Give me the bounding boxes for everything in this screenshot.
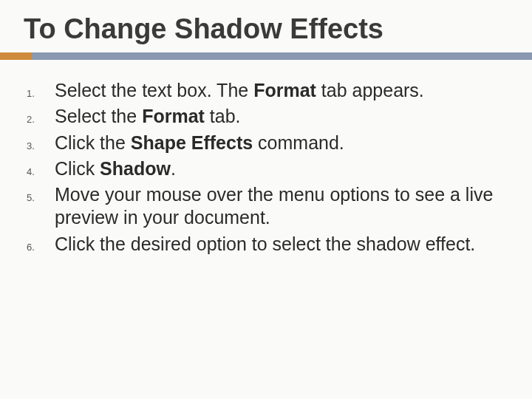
step-pre: Click the desired option to select the s…	[55, 233, 475, 254]
step-post: .	[171, 158, 176, 179]
step-pre: Select the text box. The	[55, 80, 253, 100]
step-post: command.	[253, 132, 344, 153]
title-underline	[0, 52, 532, 60]
underline-main	[31, 52, 532, 60]
list-item: Click the desired option to select the s…	[22, 233, 502, 256]
step-text: Move your mouse over the menu options to…	[55, 183, 502, 230]
list-item: Click the Shape Effects command.	[22, 132, 502, 154]
list-item: Move your mouse over the menu options to…	[22, 183, 502, 230]
step-text: Click Shadow.	[55, 157, 176, 180]
step-post: tab.	[205, 106, 241, 126]
content-area: Select the text box. The Format tab appe…	[0, 60, 532, 256]
list-item: Click Shadow.	[22, 157, 502, 180]
step-bold: Format	[142, 106, 205, 126]
step-bold: Format	[253, 80, 316, 100]
step-post: tab appears.	[316, 80, 424, 100]
slide: To Change Shadow Effects Select the text…	[0, 0, 532, 399]
step-text: Click the desired option to select the s…	[55, 233, 475, 256]
step-text: Select the text box. The Format tab appe…	[55, 79, 424, 102]
step-pre: Move your mouse over the menu options to…	[55, 184, 493, 228]
step-bold: Shadow	[100, 158, 171, 179]
step-pre: Select the	[55, 106, 142, 126]
accent-block	[0, 52, 31, 60]
step-pre: Click	[55, 158, 100, 179]
slide-title: To Change Shadow Effects	[0, 13, 532, 52]
list-item: Select the Format tab.	[22, 105, 502, 128]
steps-list: Select the text box. The Format tab appe…	[22, 79, 502, 256]
step-text: Select the Format tab.	[55, 105, 241, 128]
step-bold: Shape Effects	[131, 132, 253, 153]
step-pre: Click the	[55, 132, 131, 153]
step-text: Click the Shape Effects command.	[55, 132, 344, 154]
list-item: Select the text box. The Format tab appe…	[22, 79, 502, 102]
